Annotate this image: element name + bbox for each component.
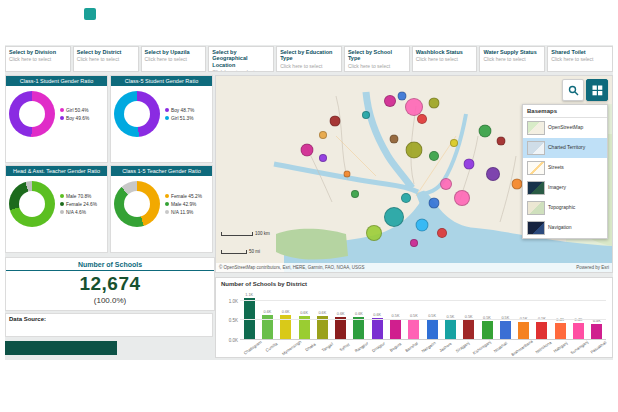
- bar-chart-area: 1.1K0.6K0.6K0.6K0.6K0.6K0.6K0.6K0.5K0.5K…: [220, 291, 608, 355]
- map-card: Basemaps OpenStreetMapCharted TerritoryS…: [215, 75, 613, 273]
- map-bubble[interactable]: [486, 167, 500, 181]
- basemap-thumbnail: [527, 221, 545, 235]
- basemap-item-charted-territory[interactable]: Charted Territory: [523, 138, 607, 158]
- basemap-label: Imagery: [548, 185, 566, 191]
- basemap-toggle-button[interactable]: [586, 79, 608, 101]
- map-bubble[interactable]: [319, 154, 327, 162]
- bar[interactable]: [482, 321, 493, 340]
- scale-line-km: [221, 232, 253, 236]
- basemap-panel: Basemaps OpenStreetMapCharted TerritoryS…: [522, 104, 608, 239]
- map-bubble[interactable]: [401, 193, 411, 203]
- map-bubble[interactable]: [428, 198, 439, 209]
- basemap-item-openstreetmap[interactable]: OpenStreetMap: [523, 118, 607, 138]
- map-bubble[interactable]: [450, 139, 458, 147]
- bar[interactable]: [500, 321, 511, 340]
- x-tick-label: Cumilla: [263, 340, 284, 359]
- map-bubble[interactable]: [319, 131, 327, 139]
- donut-chart[interactable]: [114, 181, 160, 227]
- map-bubble[interactable]: [329, 116, 340, 127]
- donut-body: Boy 48.7%Girl 51.3%: [111, 86, 212, 142]
- bar[interactable]: [445, 320, 456, 340]
- filter-water-supply-status[interactable]: Water Supply StatusClick here to select: [479, 46, 545, 72]
- x-tick-label: Brahmanbaria: [510, 339, 537, 363]
- bar[interactable]: [353, 317, 364, 340]
- legend-item: Boy 48.7%: [165, 108, 194, 113]
- map-bubble[interactable]: [366, 225, 382, 241]
- map-bubble[interactable]: [479, 124, 492, 137]
- donut-card-2: Class-5 Student Gender RatioBoy 48.7%Gir…: [110, 75, 213, 163]
- data-source-card: Data Source:: [5, 313, 213, 337]
- map-bubble[interactable]: [390, 134, 399, 143]
- map-bubble[interactable]: [362, 111, 370, 119]
- district-bar-chart-card: Number of Schools by District 1.1K0.6K0.…: [215, 277, 613, 358]
- filter-select-by-geographical-location[interactable]: Select by Geographical LocationClick her…: [208, 46, 274, 72]
- map-bubble[interactable]: [440, 178, 452, 190]
- filter-select-by-education-type[interactable]: Select by Education TypeClick here to se…: [276, 46, 342, 72]
- legend-label: N/A 11.9%: [171, 210, 193, 215]
- legend-item: Girl 51.3%: [165, 116, 194, 121]
- bar-plot: 1.1K0.6K0.6K0.6K0.6K0.6K0.6K0.6K0.5K0.5K…: [240, 293, 606, 340]
- basemap-item-streets[interactable]: Streets: [523, 158, 607, 178]
- footer-logo-bar: [5, 341, 117, 355]
- basemap-item-topographic[interactable]: Topographic: [523, 198, 607, 218]
- bar[interactable]: [408, 319, 419, 340]
- number-of-schools-value: 12,674: [6, 273, 214, 295]
- map-bubble[interactable]: [497, 136, 506, 145]
- legend-item: N/A 4.6%: [60, 210, 97, 215]
- map-bubble[interactable]: [406, 142, 423, 159]
- filter-select-by-district[interactable]: Select by DistrictClick here to select: [73, 46, 139, 72]
- bar-value-label: 0.5K: [447, 315, 455, 319]
- filter-select-by-division[interactable]: Select by DivisionClick here to select: [5, 46, 71, 72]
- basemap-item-imagery[interactable]: Imagery: [523, 178, 607, 198]
- map-bubble[interactable]: [417, 114, 427, 124]
- gridline-1.0K: [240, 300, 606, 301]
- map-bubble[interactable]: [301, 144, 314, 157]
- bar[interactable]: [518, 322, 529, 340]
- bar[interactable]: [463, 320, 474, 340]
- legend-dot: [165, 116, 169, 120]
- filter-select-by-school-type[interactable]: Select by School TypeClick here to selec…: [344, 46, 410, 72]
- filter-subtitle: Click here to select: [483, 56, 541, 62]
- bar[interactable]: [536, 322, 547, 340]
- bar[interactable]: [262, 315, 273, 340]
- bar[interactable]: [372, 318, 383, 340]
- basemap-item-navigation[interactable]: Navigation: [523, 218, 607, 238]
- donut-chart[interactable]: [114, 91, 160, 137]
- donut-chart[interactable]: [9, 91, 55, 137]
- bar[interactable]: [390, 319, 401, 340]
- map-bubble[interactable]: [351, 190, 359, 198]
- filter-shared-toilet[interactable]: Shared ToiletClick here to select: [547, 46, 613, 72]
- map-bubble[interactable]: [384, 207, 404, 227]
- dashboard-canvas: Select by DivisionClick here to selectSe…: [0, 0, 618, 412]
- donut-legend: Female 45.2%Male 42.9%N/A 11.9%: [165, 194, 202, 215]
- map-bubble[interactable]: [464, 159, 475, 170]
- legend-label: Girl 50.4%: [66, 108, 88, 113]
- map-bubble[interactable]: [511, 178, 522, 189]
- filter-title: Select by Upazila: [145, 49, 203, 55]
- donut-body: Male 70.8%Female 24.6%N/A 4.6%: [6, 176, 107, 232]
- bar[interactable]: [427, 319, 438, 340]
- map-search-button[interactable]: [562, 79, 584, 101]
- donut-chart[interactable]: [9, 181, 55, 227]
- scale-km-label: 100 km: [255, 231, 270, 236]
- map-bubble[interactable]: [410, 239, 418, 247]
- map-bubble[interactable]: [429, 151, 439, 161]
- map-bubble[interactable]: [437, 228, 447, 238]
- bar[interactable]: [591, 324, 602, 340]
- filter-title: Select by District: [77, 49, 135, 55]
- map-area[interactable]: Basemaps OpenStreetMapCharted TerritoryS…: [216, 76, 612, 272]
- filter-washblock-status[interactable]: Washblock StatusClick here to select: [412, 46, 478, 72]
- map-bubble[interactable]: [384, 95, 396, 107]
- map-bubble[interactable]: [343, 171, 350, 178]
- legend-item: Girl 50.4%: [60, 108, 89, 113]
- filter-select-by-upazila[interactable]: Select by UpazilaClick here to select: [141, 46, 207, 72]
- map-bubble[interactable]: [415, 218, 428, 231]
- gridline-0.0K: [240, 339, 606, 340]
- donut-card-title: Class-5 Student Gender Ratio: [111, 76, 212, 86]
- donut-body: Female 45.2%Male 42.9%N/A 11.9%: [111, 176, 212, 232]
- map-bubble[interactable]: [428, 98, 439, 109]
- map-bubble[interactable]: [398, 91, 407, 100]
- bar[interactable]: [573, 323, 584, 340]
- map-bubble[interactable]: [454, 190, 470, 206]
- bar[interactable]: [555, 323, 566, 340]
